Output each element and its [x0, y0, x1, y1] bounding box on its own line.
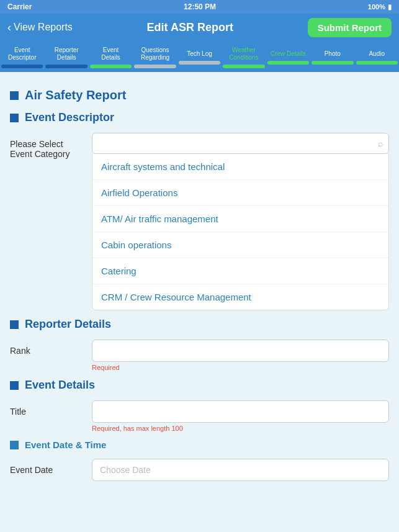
dropdown-item[interactable]: Airfield Operations [92, 180, 388, 206]
page-title: Edit ASR Report [147, 21, 233, 34]
event-category-label: Please Select Event Category [10, 133, 84, 159]
event-category-row: Please Select Event Category ⌕ Aircraft … [10, 133, 389, 310]
tab-tech-log[interactable]: Tech Log [177, 41, 222, 72]
dropdown-item[interactable]: Cabin operations [92, 232, 388, 258]
event-date-row: Event Date [10, 459, 389, 481]
event-details-icon [10, 381, 19, 390]
rank-row: Rank Required [10, 340, 389, 371]
event-date-field [92, 459, 389, 481]
event-details-title: Event Details [25, 379, 95, 392]
event-descriptor-title: Event Descriptor [25, 111, 114, 124]
air-safety-report-header: Air Safety Report [10, 88, 389, 102]
tab-label-event-details: Event Details [101, 47, 120, 61]
title-input[interactable] [92, 400, 389, 423]
dropdown-list: Aircraft systems and technicalAirfield O… [92, 154, 389, 310]
tab-indicator-weather-conditions [223, 65, 264, 68]
tab-bar: Event DescriptorReporter DetailsEvent De… [0, 41, 399, 72]
dropdown-item[interactable]: Aircraft systems and technical [92, 154, 388, 180]
title-label: Title [10, 400, 84, 417]
dropdown-item[interactable]: Catering [92, 258, 388, 284]
battery-label: 100% ▮ [368, 3, 392, 11]
event-details-section: Event Details Title Required, has max le… [10, 379, 389, 481]
tab-indicator-tech-log [179, 61, 220, 65]
event-details-header: Event Details [10, 379, 389, 392]
air-safety-icon [10, 91, 19, 100]
tab-label-tech-log: Tech Log [187, 50, 212, 58]
tab-label-photo: Photo [325, 50, 341, 58]
event-datetime-icon [10, 441, 19, 449]
rank-input[interactable] [92, 340, 389, 362]
tab-label-weather-conditions: Weather Conditions [229, 47, 258, 61]
tab-indicator-questions-regarding [134, 65, 176, 68]
tab-label-reporter-details: Reporter Details [55, 47, 79, 61]
tab-indicator-audio [356, 61, 398, 65]
tab-indicator-event-descriptor [1, 65, 43, 68]
event-descriptor-icon [10, 114, 19, 122]
tab-photo[interactable]: Photo [310, 41, 354, 72]
back-label: View Reports [14, 22, 73, 33]
tab-reporter-details[interactable]: Reporter Details [44, 41, 88, 72]
tab-label-questions-regarding: Questions Regarding [141, 47, 169, 61]
status-bar: Carrier 12:50 PM 100% ▮ [0, 0, 399, 14]
dropdown-item[interactable]: CRM / Crew Resource Management [92, 284, 388, 310]
title-row: Title Required, has max length 100 [10, 400, 389, 432]
tab-weather-conditions[interactable]: Weather Conditions [222, 41, 266, 72]
dropdown-item[interactable]: ATM/ Air traffic management [92, 206, 388, 232]
submit-report-button[interactable]: Submit Report [308, 18, 392, 37]
tab-indicator-reporter-details [45, 65, 87, 68]
tab-indicator-crew-details [267, 61, 309, 65]
main-content: Air Safety Report Event Descriptor Pleas… [0, 72, 399, 498]
event-category-dropdown: ⌕ Aircraft systems and technicalAirfield… [92, 133, 389, 310]
reporter-details-header: Reporter Details [10, 318, 389, 331]
search-icon: ⌕ [378, 138, 383, 148]
rank-label: Rank [10, 340, 84, 356]
title-field: Required, has max length 100 [92, 400, 389, 432]
tab-questions-regarding[interactable]: Questions Regarding [133, 41, 177, 72]
event-date-label: Event Date [10, 459, 84, 475]
event-date-input[interactable] [92, 459, 389, 481]
search-input[interactable] [92, 133, 389, 154]
event-datetime-header: Event Date & Time [10, 440, 389, 450]
carrier-label: Carrier [7, 2, 32, 11]
tab-crew-details[interactable]: Crew Details [266, 41, 310, 72]
back-chevron-icon: ‹ [7, 21, 11, 34]
tab-audio[interactable]: Audio [355, 41, 399, 72]
air-safety-title: Air Safety Report [25, 88, 126, 102]
reporter-details-section: Reporter Details Rank Required [10, 318, 389, 371]
tab-indicator-event-details [90, 65, 132, 68]
tab-label-event-descriptor: Event Descriptor [8, 47, 37, 61]
tab-label-audio: Audio [369, 50, 385, 58]
event-datetime-title: Event Date & Time [25, 440, 106, 450]
reporter-details-title: Reporter Details [25, 318, 111, 331]
back-button[interactable]: ‹ View Reports [7, 21, 73, 34]
tab-label-crew-details: Crew Details [271, 50, 306, 58]
time-label: 12:50 PM [184, 2, 216, 11]
rank-hint: Required [92, 364, 389, 371]
tab-event-descriptor[interactable]: Event Descriptor [0, 41, 44, 72]
event-descriptor-header: Event Descriptor [10, 111, 389, 124]
nav-bar: ‹ View Reports Edit ASR Report Submit Re… [0, 14, 399, 41]
tab-indicator-photo [312, 61, 353, 65]
rank-field: Required [92, 340, 389, 371]
tab-event-details[interactable]: Event Details [89, 41, 133, 72]
title-hint: Required, has max length 100 [92, 425, 389, 432]
reporter-details-icon [10, 320, 19, 329]
event-descriptor-section: Event Descriptor Please Select Event Cat… [10, 111, 389, 310]
